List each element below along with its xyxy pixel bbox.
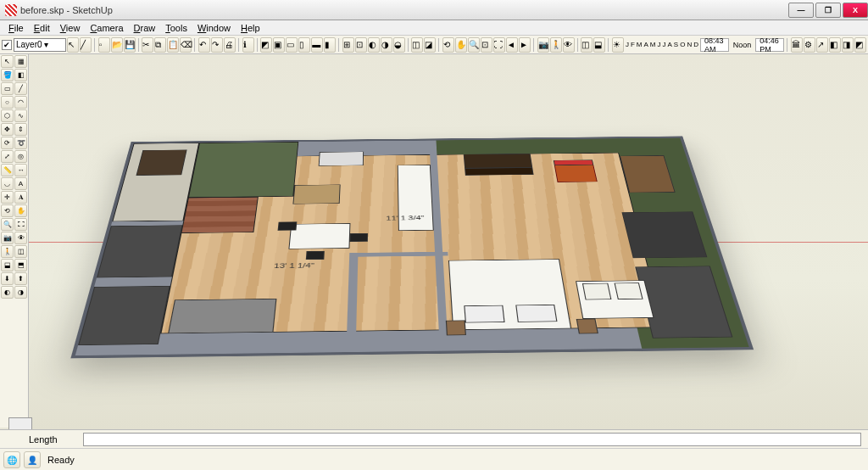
erase-icon[interactable]: ⌫: [180, 37, 192, 53]
make-component-icon[interactable]: ▦: [14, 55, 27, 68]
pan-icon[interactable]: ✋: [455, 37, 467, 53]
look-around-icon[interactable]: 👁: [563, 37, 575, 53]
scroll-tab[interactable]: [8, 417, 32, 429]
back-view-icon[interactable]: ▬: [311, 37, 323, 53]
paste-icon[interactable]: 📋: [167, 37, 179, 53]
iso-view-icon[interactable]: ◩: [260, 37, 272, 53]
copy-icon[interactable]: ⧉: [154, 37, 166, 53]
axes-icon[interactable]: ✛: [1, 191, 14, 204]
zoom-extents-icon[interactable]: ⛶: [493, 37, 505, 53]
sandbox1-icon[interactable]: ◐: [1, 286, 14, 299]
close-button[interactable]: X: [843, 3, 868, 18]
materials-icon[interactable]: ◨: [842, 37, 854, 53]
text-icon[interactable]: A: [14, 177, 27, 190]
share-icon[interactable]: ↗: [816, 37, 828, 53]
minimize-button[interactable]: —: [788, 3, 814, 18]
wireframe-icon[interactable]: ⊞: [342, 37, 354, 53]
rotate-icon[interactable]: ⟳: [1, 137, 14, 149]
xray-icon[interactable]: ◫: [411, 37, 423, 53]
freehand-icon[interactable]: ∿: [14, 109, 27, 122]
menu-draw[interactable]: Draw: [129, 22, 161, 34]
walk-tool-icon[interactable]: 🚶: [1, 245, 14, 258]
left-view-icon[interactable]: ▮: [324, 37, 336, 53]
geo-location-icon[interactable]: 🌐: [3, 451, 20, 468]
pushpull-icon[interactable]: ⇕: [14, 123, 27, 136]
menu-camera[interactable]: Camera: [85, 22, 128, 34]
top-view-icon[interactable]: ▣: [273, 37, 285, 53]
display-section-cut-icon[interactable]: ⬒: [14, 259, 27, 271]
warehouse-icon[interactable]: 🏛: [791, 37, 803, 53]
select-icon[interactable]: ↖: [1, 55, 14, 68]
backedge-icon[interactable]: ◪: [424, 37, 436, 53]
walk-icon[interactable]: 🚶: [550, 37, 562, 53]
save-file-icon[interactable]: 💾: [124, 37, 136, 53]
menu-view[interactable]: View: [55, 22, 86, 34]
open-file-icon[interactable]: 📂: [111, 37, 123, 53]
undo-icon[interactable]: ↶: [198, 37, 210, 53]
maximize-button[interactable]: ❐: [815, 3, 841, 18]
offset-icon[interactable]: ◎: [14, 150, 27, 163]
drawing-canvas[interactable]: 11' 1 3/4" 13' 1 1/4": [29, 54, 868, 429]
new-file-icon[interactable]: ▫: [98, 37, 110, 53]
tape-measure-icon[interactable]: 📏: [1, 164, 14, 176]
scale-icon[interactable]: ⤢: [1, 150, 14, 163]
month-strip[interactable]: JFMAMJJASOND: [625, 41, 699, 48]
section-plane-icon[interactable]: ◫: [581, 37, 593, 53]
credits-icon[interactable]: 👤: [24, 451, 41, 468]
get-models-icon[interactable]: ⬇: [1, 272, 14, 285]
sandbox2-icon[interactable]: ◑: [14, 286, 27, 299]
3dtext-icon[interactable]: 𝐀: [14, 191, 27, 204]
redo-icon[interactable]: ↷: [211, 37, 223, 53]
right-view-icon[interactable]: ▯: [298, 37, 310, 53]
time-left[interactable]: 08:43 AM: [700, 38, 729, 52]
model-info-icon[interactable]: ℹ: [242, 37, 254, 53]
arc-icon[interactable]: ◠: [14, 96, 27, 109]
zoom-window-icon[interactable]: ⊡: [481, 37, 492, 53]
look-around-tool-icon[interactable]: 👁: [14, 232, 27, 244]
line-icon[interactable]: ╱: [14, 82, 27, 95]
menu-help[interactable]: Help: [236, 22, 265, 34]
circle-icon[interactable]: ○: [1, 96, 14, 109]
layer-selector[interactable]: ✔ Layer0 ▾: [2, 38, 66, 52]
previous-icon[interactable]: ◄: [506, 37, 518, 53]
cut-icon[interactable]: ✂: [142, 37, 153, 53]
share-model-icon[interactable]: ⬆: [14, 272, 27, 285]
layer-dropdown[interactable]: Layer0 ▾: [14, 38, 66, 52]
rectangle-icon[interactable]: ▭: [1, 82, 14, 95]
styles-icon[interactable]: ◩: [854, 37, 866, 53]
protractor-icon[interactable]: ◡: [1, 177, 14, 190]
menu-tools[interactable]: Tools: [160, 22, 192, 34]
select-tool-icon[interactable]: ↖: [67, 37, 79, 53]
zoom-extents-tool-icon[interactable]: ⛶: [14, 218, 27, 231]
line-tool-icon[interactable]: ╱: [80, 37, 92, 53]
dimensions-icon[interactable]: ↔: [14, 164, 27, 176]
extension-icon[interactable]: ⚙: [804, 37, 815, 53]
orbit-tool-icon[interactable]: ⟲: [1, 204, 14, 217]
polygon-icon[interactable]: ⬡: [1, 109, 14, 122]
zoom-tool-icon[interactable]: 🔍: [1, 218, 14, 231]
shaded-texture-icon[interactable]: ◑: [381, 37, 392, 53]
monochrome-icon[interactable]: ◒: [393, 37, 405, 53]
pan-tool-icon[interactable]: ✋: [14, 204, 27, 217]
move-icon[interactable]: ✥: [1, 123, 14, 136]
menu-file[interactable]: FFileile: [3, 22, 29, 34]
shadow-toggle-icon[interactable]: ☀: [612, 37, 624, 53]
components-icon[interactable]: ◧: [829, 37, 841, 53]
position-camera-icon[interactable]: 📷: [537, 37, 549, 53]
zoom-icon[interactable]: 🔍: [468, 37, 480, 53]
followme-icon[interactable]: ➰: [14, 137, 27, 149]
menu-window[interactable]: Window: [192, 22, 236, 34]
length-input[interactable]: [83, 433, 861, 446]
section-display-icon[interactable]: ⬓: [593, 37, 605, 53]
orbit-icon[interactable]: ⟲: [442, 37, 454, 53]
position-camera-tool-icon[interactable]: 📷: [1, 232, 14, 244]
display-section-icon[interactable]: ⬓: [1, 259, 14, 271]
paint-bucket-icon[interactable]: 🪣: [1, 69, 14, 81]
menu-edit[interactable]: Edit: [29, 22, 55, 34]
floorplan-model[interactable]: 11' 1 3/4" 13' 1 1/4": [105, 70, 715, 400]
shaded-icon[interactable]: ◐: [368, 37, 380, 53]
print-icon[interactable]: 🖨: [224, 37, 236, 53]
layer-visible-check[interactable]: ✔: [2, 40, 12, 50]
hidden-line-icon[interactable]: ⊡: [355, 37, 367, 53]
section-tool-icon[interactable]: ◫: [14, 245, 27, 258]
